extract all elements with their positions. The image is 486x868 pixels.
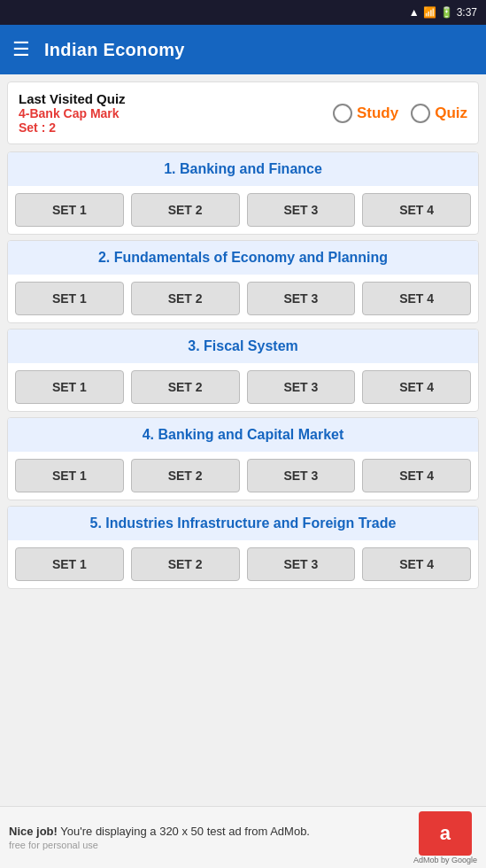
section-3: 3. Fiscal SystemSET 1SET 2SET 3SET 4 [7, 329, 479, 412]
menu-icon[interactable]: ☰ [12, 38, 30, 61]
ad-text: Nice job! You're displaying a 320 x 50 t… [9, 825, 405, 851]
signal-icon: 📶 [423, 6, 436, 19]
set-btn-5-3[interactable]: SET 3 [247, 547, 356, 581]
study-radio-option[interactable]: Study [333, 104, 398, 123]
ad-banner: Nice job! You're displaying a 320 x 50 t… [0, 806, 486, 868]
set-btn-3-1[interactable]: SET 1 [15, 370, 124, 404]
set-btn-5-2[interactable]: SET 2 [131, 547, 240, 581]
section-title-3: 3. Fiscal System [8, 329, 478, 363]
set-btn-3-3[interactable]: SET 3 [247, 370, 356, 404]
study-radio-circle[interactable] [333, 104, 352, 123]
set-btn-3-4[interactable]: SET 4 [362, 370, 471, 404]
set-btn-3-2[interactable]: SET 2 [131, 370, 240, 404]
set-btn-4-1[interactable]: SET 1 [15, 459, 124, 492]
time-display: 3:37 [457, 6, 477, 19]
set-btn-1-2[interactable]: SET 2 [131, 193, 240, 227]
set-buttons-1: SET 1SET 2SET 3SET 4 [8, 186, 478, 234]
admob-label: AdMob by Google [413, 856, 477, 864]
status-bar: ▲ 📶 🔋 3:37 [0, 0, 486, 25]
section-5: 5. Industries Infrastructure and Foreign… [7, 506, 479, 589]
set-btn-1-3[interactable]: SET 3 [247, 193, 356, 227]
ad-bold-text: Nice job! [9, 825, 58, 838]
section-title-4: 4. Banking and Capital Market [8, 418, 478, 452]
wifi-icon: ▲ [409, 6, 420, 19]
set-btn-5-1[interactable]: SET 1 [15, 547, 124, 581]
set-btn-2-2[interactable]: SET 2 [131, 282, 240, 315]
section-4: 4. Banking and Capital MarketSET 1SET 2S… [7, 417, 479, 500]
study-quiz-toggle: Study Quiz [333, 104, 467, 123]
battery-icon: 🔋 [440, 6, 453, 19]
section-title-2: 2. Fundamentals of Economy and Planning [8, 241, 478, 275]
set-btn-4-4[interactable]: SET 4 [362, 459, 471, 492]
status-icons: ▲ 📶 🔋 3:37 [409, 6, 477, 19]
quiz-label: Quiz [435, 105, 467, 122]
set-buttons-3: SET 1SET 2SET 3SET 4 [8, 363, 478, 411]
set-btn-1-1[interactable]: SET 1 [15, 193, 124, 227]
app-title: Indian Economy [44, 40, 185, 60]
set-btn-5-4[interactable]: SET 4 [362, 547, 471, 581]
section-title-5: 5. Industries Infrastructure and Foreign… [8, 507, 478, 540]
set-btn-2-1[interactable]: SET 1 [15, 282, 124, 315]
content-area: Last Visited Quiz 4-Bank Cap Mark Set : … [0, 81, 486, 665]
app-header: ☰ Indian Economy [0, 25, 486, 74]
set-buttons-4: SET 1SET 2SET 3SET 4 [8, 452, 478, 500]
quiz-radio-option[interactable]: Quiz [411, 104, 467, 123]
last-visited-name: 4-Bank Cap Mark [19, 106, 126, 120]
set-btn-4-3[interactable]: SET 3 [247, 459, 356, 492]
section-title-1: 1. Banking and Finance [8, 152, 478, 186]
set-buttons-5: SET 1SET 2SET 3SET 4 [8, 540, 478, 588]
last-visited-card: Last Visited Quiz 4-Bank Cap Mark Set : … [7, 81, 479, 144]
admob-logo: a [419, 811, 472, 856]
ad-free-text: free for personal use [9, 840, 98, 850]
section-1: 1. Banking and FinanceSET 1SET 2SET 3SET… [7, 151, 479, 235]
set-buttons-2: SET 1SET 2SET 3SET 4 [8, 275, 478, 322]
last-visited-title: Last Visited Quiz [19, 91, 126, 106]
section-2: 2. Fundamentals of Economy and PlanningS… [7, 240, 479, 323]
last-visited-info: Last Visited Quiz 4-Bank Cap Mark Set : … [19, 91, 126, 135]
last-visited-set: Set : 2 [19, 120, 126, 135]
set-btn-4-2[interactable]: SET 2 [131, 459, 240, 492]
admob-logo-letter: a [440, 822, 451, 845]
sections-container: 1. Banking and FinanceSET 1SET 2SET 3SET… [0, 151, 486, 589]
study-label: Study [357, 105, 398, 122]
set-btn-1-4[interactable]: SET 4 [362, 193, 471, 227]
quiz-radio-circle[interactable] [411, 104, 430, 123]
ad-description: You're displaying a 320 x 50 test ad fro… [60, 825, 310, 838]
set-btn-2-3[interactable]: SET 3 [247, 282, 356, 315]
set-btn-2-4[interactable]: SET 4 [362, 282, 471, 315]
